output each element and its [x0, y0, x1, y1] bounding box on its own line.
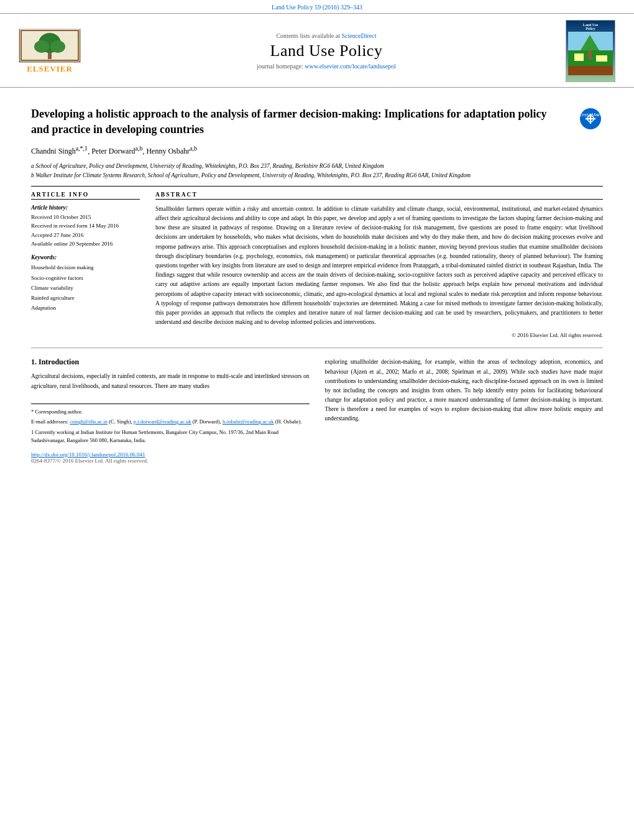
article-info-label: ARTICLE INFO: [31, 192, 140, 200]
cover-title-text: Land UsePolicy: [583, 23, 599, 30]
article-info-abstract: ARTICLE INFO Article history: Received 1…: [31, 192, 603, 338]
intro-para2: exploring smallholder decision-making, f…: [325, 358, 604, 423]
doi-link[interactable]: http://dx.doi.org/10.1016/j.landusepol.2…: [31, 451, 310, 458]
svg-rect-12: [596, 55, 607, 62]
history-label: Article history:: [31, 205, 140, 211]
journal-reference-bar: Land Use Policy 59 (2016) 329–343: [0, 0, 634, 13]
journal-homepage-link[interactable]: www.elsevier.com/locate/landusepol: [305, 63, 396, 70]
journal-title-center: Contents lists available at ScienceDirec…: [87, 32, 566, 70]
email3-link[interactable]: h.osbahr@reading.ac.uk: [223, 418, 274, 425]
issn-text: 0264-8377/© 2016 Elsevier Ltd. All right…: [31, 458, 310, 464]
elsevier-brand-text: ELSEVIER: [27, 64, 73, 74]
affiliations: a School of Agriculture, Policy and Deve…: [31, 162, 603, 180]
affiliation-b: b Walker Institute for Climate Systems R…: [31, 171, 603, 180]
svg-rect-11: [574, 53, 584, 61]
journal-ref-text: Land Use Policy 59 (2016) 329–343: [272, 4, 362, 11]
journal-cover-image: Land UsePolicy: [566, 20, 615, 82]
accepted-date: Accepted 27 June 2016: [31, 231, 140, 239]
footnote-1: 1 Currently working at Indian Institute …: [31, 428, 310, 445]
contents-line: Contents lists available at ScienceDirec…: [87, 32, 566, 39]
journal-homepage-line: journal homepage: www.elsevier.com/locat…: [87, 63, 566, 70]
cover-illustration: [568, 32, 613, 75]
keyword-4: Rainfed agriculture: [31, 293, 140, 303]
email2-person: (P. Dorward),: [193, 418, 221, 425]
abstract-label: ABSTRACT: [155, 192, 603, 200]
crossmark-badge: CrossMark: [578, 106, 603, 131]
authors-line: Chandni Singha,*,1, Peter Dorwarda,b, He…: [31, 144, 603, 157]
elsevier-tree-image: [19, 29, 81, 63]
author3: Henny Osbahra,b: [146, 147, 197, 155]
available-date: Available online 20 September 2016: [31, 239, 140, 248]
received-revised-date: Received in revised form 14 May 2016: [31, 221, 140, 230]
sciencedirect-link[interactable]: ScienceDirect: [341, 32, 376, 39]
intro-number: 1.: [31, 358, 37, 366]
journal-header: ELSEVIER Contents lists available at Sci…: [0, 13, 634, 88]
email-addresses: E-mail addresses: csingh@iihs.ac.in (C. …: [31, 418, 310, 427]
journal-title-text: Land Use Policy: [87, 42, 566, 60]
svg-point-4: [50, 40, 65, 53]
article-info-column: ARTICLE INFO Article history: Received 1…: [31, 192, 140, 338]
intro-left-col: 1. Introduction Agricultural decisions, …: [31, 358, 310, 464]
corresponding-note: * Corresponding author.: [31, 408, 310, 417]
svg-rect-8: [568, 66, 613, 75]
intro-heading: 1. Introduction: [31, 358, 310, 367]
affiliation-divider: [31, 186, 603, 187]
received-date: Received 10 October 2015: [31, 213, 140, 221]
article-history: Article history: Received 10 October 201…: [31, 205, 140, 249]
keyword-2: Socio-cognitive factors: [31, 273, 140, 283]
keyword-3: Climate variability: [31, 283, 140, 293]
elsevier-logo: ELSEVIER: [12, 29, 87, 74]
keywords-section: Keywords: Household decision making Soci…: [31, 254, 140, 313]
svg-point-3: [34, 40, 49, 53]
article-title-section: Developing a holistic approach to the an…: [31, 100, 603, 137]
email3-person: (H. Osbahr).: [275, 418, 302, 425]
footnotes-section: * Corresponding author. E-mail addresses…: [31, 404, 310, 445]
abstract-column: ABSTRACT Smallholder farmers operate wit…: [155, 192, 603, 338]
author1: Chandni Singha,*,1: [31, 147, 88, 155]
email-label: E-mail addresses:: [31, 418, 68, 425]
article-title: Developing a holistic approach to the an…: [31, 106, 578, 137]
svg-rect-10: [588, 50, 592, 60]
email1-link[interactable]: csingh@iihs.ac.in: [70, 418, 108, 425]
author2: Peter Dorwarda,b: [91, 147, 142, 155]
email1-person: (C. Singh),: [109, 418, 132, 425]
article-content: Developing a holistic approach to the an…: [0, 88, 634, 476]
abstract-paragraph: Smallholder farmers operate within a ris…: [155, 205, 603, 327]
page: Land Use Policy 59 (2016) 329–343 ELSEVI…: [0, 0, 634, 840]
introduction-section: 1. Introduction Agricultural decisions, …: [31, 358, 603, 464]
keywords-label: Keywords:: [31, 254, 140, 261]
section-divider: [31, 348, 603, 348]
email2-link[interactable]: p.t.dorward@reading.ac.uk: [134, 418, 191, 425]
affiliation-a: a School of Agriculture, Policy and Deve…: [31, 162, 603, 170]
abstract-text: Smallholder farmers operate within a ris…: [155, 205, 603, 327]
copyright-line: © 2016 Elsevier Ltd. All rights reserved…: [155, 332, 603, 338]
intro-title: Introduction: [39, 358, 79, 366]
keyword-5: Adaptation: [31, 303, 140, 313]
intro-right-col: exploring smallholder decision-making, f…: [325, 358, 604, 464]
intro-para1: Agricultural decisions, especially in ra…: [31, 372, 310, 390]
keyword-1: Household decision making: [31, 262, 140, 272]
